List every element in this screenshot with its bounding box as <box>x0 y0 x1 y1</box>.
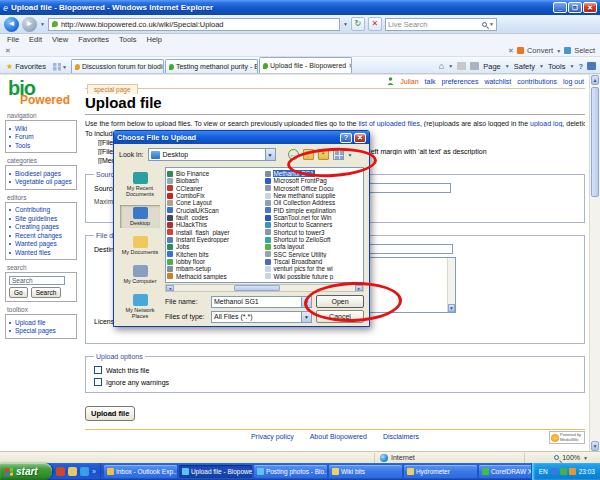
file-item[interactable]: New methanol supplie <box>265 192 363 199</box>
scroll-up-icon[interactable]: ▲ <box>591 75 599 85</box>
sidebar-link[interactable]: Biodiesel pages <box>15 170 74 177</box>
sidebar-link[interactable]: Wiki <box>15 125 74 132</box>
file-item[interactable]: ComboFix <box>167 192 265 199</box>
zoom-dropdown-icon[interactable]: ▼ <box>583 455 588 461</box>
hscrollbar-thumb[interactable] <box>234 285 280 291</box>
upload-file-button[interactable]: Upload file <box>85 406 135 421</box>
taskbar-button[interactable]: Posting photos - Bio... <box>254 465 327 478</box>
places-item[interactable]: My Computer <box>120 263 160 286</box>
toolbar-close-icon[interactable]: ✕ <box>5 47 11 55</box>
menu-item[interactable]: File <box>2 35 24 44</box>
sidebar-link[interactable]: Wanted files <box>15 249 74 256</box>
convert-dropdown-icon[interactable]: ▼ <box>556 48 561 54</box>
mediawiki-badge[interactable]: Powered by MediaWiki <box>549 431 585 444</box>
footer-link[interactable]: Disclaimers <box>383 433 419 440</box>
file-item[interactable]: venturi pics for the wi <box>265 265 363 272</box>
taskbar-button[interactable]: CorelDRAW X6 - [Un... <box>479 465 531 478</box>
footer-link[interactable]: About Biopowered <box>310 433 367 440</box>
scroll-down-icon[interactable]: ▼ <box>591 441 599 451</box>
file-item[interactable]: Instant Eyedropper <box>167 236 265 243</box>
select-button[interactable]: Select <box>574 46 595 55</box>
browser-tab[interactable]: Upload file - Biopowered ✕ <box>259 57 352 73</box>
convert-button[interactable]: Convert <box>527 46 553 55</box>
menu-item[interactable]: Help <box>142 35 167 44</box>
footer-link[interactable]: Privacy policy <box>251 433 294 440</box>
taskbar-button[interactable]: Inbox - Outlook Exp... <box>104 465 177 478</box>
sidebar-link[interactable]: Site guidelines <box>15 215 74 222</box>
forward-button[interactable]: ► <box>22 17 37 32</box>
safety-menu-button[interactable]: Safety <box>514 62 535 71</box>
file-item[interactable]: Shortcut to Scanners <box>265 221 363 228</box>
menu-item[interactable]: Tools <box>114 35 142 44</box>
textarea-scrollbar[interactable]: ▼ <box>447 258 455 312</box>
scroll-left-icon[interactable]: ◄ <box>166 285 174 291</box>
places-item[interactable]: Desktop <box>120 205 160 228</box>
search-dropdown-icon[interactable]: ▼ <box>489 21 494 27</box>
help-icon[interactable]: ? <box>578 62 583 71</box>
file-item[interactable]: Methacid samples <box>167 273 265 280</box>
look-in-dropdown-icon[interactable]: ▼ <box>265 149 275 160</box>
home-icon[interactable]: ⌂ <box>439 61 444 71</box>
sidebar-link[interactable]: Tools <box>15 142 74 149</box>
dialog-close-icon[interactable]: ✕ <box>354 133 366 143</box>
file-item[interactable]: Cone Layout <box>167 199 265 206</box>
file-item[interactable]: Microsoft FrontPag <box>265 177 363 184</box>
page-menu-button[interactable]: Page <box>483 62 501 71</box>
file-item[interactable]: Kitchen bits <box>167 251 265 258</box>
back-button[interactable]: ◄ <box>4 17 19 32</box>
quick-launch-icon[interactable] <box>80 467 89 476</box>
file-item[interactable]: ScanTool.net for Win <box>265 214 363 221</box>
scrollbar-thumb[interactable] <box>591 87 599 197</box>
file-item[interactable]: Tiscal Broadband <box>265 258 363 265</box>
search-search-button[interactable]: Search <box>31 287 62 298</box>
tray-icon[interactable] <box>560 468 567 475</box>
search-icon[interactable] <box>482 22 487 27</box>
file-item[interactable]: Bio Finance <box>167 170 265 177</box>
file-item[interactable]: CrucialUKScan <box>167 207 265 214</box>
minimize-button[interactable]: _ <box>553 2 567 13</box>
tab-close-icon[interactable]: ✕ <box>348 62 352 70</box>
menu-item[interactable]: View <box>47 35 73 44</box>
checkbox[interactable] <box>94 366 102 374</box>
taskbar-button[interactable]: Hydrometer <box>404 465 477 478</box>
file-type-select[interactable]: All Files (*.*) ▼ <box>211 311 312 323</box>
quick-tabs-button[interactable]: ▼ <box>51 60 69 73</box>
search-input[interactable]: Live Search ▼ <box>385 18 497 31</box>
file-name-input[interactable]: Methanol SG1 ▼ <box>211 296 312 308</box>
sidebar-link[interactable]: Vegetable oil pages <box>15 178 74 185</box>
special-page-tab[interactable]: special page <box>87 84 138 94</box>
stop-icon[interactable]: ✕ <box>368 17 382 31</box>
places-item[interactable]: My Recent Documents <box>120 170 160 199</box>
dialog-help-icon[interactable]: ? <box>340 133 352 143</box>
tray-icon[interactable] <box>551 468 558 475</box>
file-item[interactable]: Shortcut to tower3 <box>265 229 363 236</box>
file-item[interactable]: HiJackThis <box>167 221 265 228</box>
quick-launch-icon[interactable] <box>68 467 77 476</box>
browser-tab[interactable]: Testing methanol purity - Bio... ✕ <box>165 59 258 73</box>
refresh-icon[interactable]: ↻ <box>351 17 365 31</box>
address-dropdown-icon[interactable]: ▼ <box>343 21 348 27</box>
places-item[interactable]: My Documents <box>120 234 160 257</box>
zoom-level[interactable]: 100% <box>562 454 580 461</box>
file-item[interactable]: fault_codes <box>167 214 265 221</box>
sidebar-link[interactable]: Contributing <box>15 206 74 213</box>
checkbox[interactable] <box>94 378 102 386</box>
menu-item[interactable]: Edit <box>24 35 47 44</box>
places-item[interactable]: My Network Places <box>120 292 160 321</box>
sidebar-link[interactable]: Wanted pages <box>15 240 74 247</box>
feeds-icon[interactable] <box>457 62 466 70</box>
start-button[interactable]: start <box>0 463 52 480</box>
sidebar-link[interactable]: Special pages <box>15 327 74 334</box>
zoom-icon[interactable] <box>554 455 559 460</box>
history-dropdown-icon[interactable]: ▼ <box>40 21 45 27</box>
file-item[interactable]: Shortcut to ZelioSoft <box>265 236 363 243</box>
file-item[interactable]: Biobash <box>167 177 265 184</box>
browser-tab[interactable]: Discussion forum for biodiese... ✕ <box>71 59 164 73</box>
close-button[interactable]: ✕ <box>583 2 597 13</box>
print-icon[interactable] <box>470 62 479 70</box>
file-item[interactable]: SSC Service Utility <box>265 251 363 258</box>
file-item[interactable]: PID simple explination <box>265 207 363 214</box>
file-item[interactable]: Jobs <box>167 243 265 250</box>
quick-launch-expand-icon[interactable]: » <box>92 468 96 475</box>
search-go-button[interactable]: Go <box>9 287 28 298</box>
